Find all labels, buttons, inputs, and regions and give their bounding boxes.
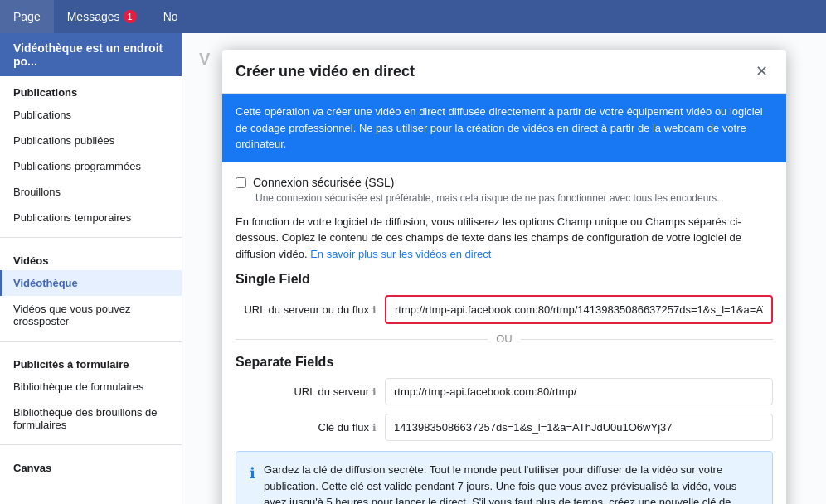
top-nav: Page Messages 1 No: [0, 0, 826, 33]
sidebar-header-button[interactable]: Vidéothèque est un endroit po...: [0, 33, 182, 76]
sidebar-item-bibliotheque-formulaires[interactable]: Bibliothèque de formulaires: [0, 374, 182, 400]
modal-overlay: Créer une vidéo en direct ✕ Cette opérat…: [182, 33, 826, 504]
ssl-checkbox-row: Connexion sécurisée (SSL): [236, 176, 773, 189]
single-field-title: Single Field: [236, 272, 773, 287]
server-url2-info-icon[interactable]: ℹ: [372, 386, 377, 398]
main-content: V Créer une vidéo en direct ✕ Cette opér…: [182, 33, 826, 504]
sidebar-section-publicites: Publicités à formulaire: [0, 348, 182, 374]
close-icon: ✕: [756, 62, 768, 80]
sidebar-item-publications-publiees[interactable]: Publications publiées: [0, 128, 182, 153]
sidebar-divider-1: [0, 237, 182, 238]
modal-create-live-video: Créer une vidéo en direct ✕ Cette opérat…: [222, 50, 786, 504]
messages-badge: 1: [124, 10, 137, 23]
content-area: Vidéothèque est un endroit po... Publica…: [0, 33, 826, 504]
stream-key-info-icon[interactable]: ℹ: [372, 422, 377, 434]
modal-header: Créer une vidéo en direct ✕: [222, 50, 786, 94]
sidebar-item-publications-programmees[interactable]: Publications programmées: [0, 153, 182, 179]
sidebar-section-publications: Publications: [0, 76, 182, 102]
modal-close-button[interactable]: ✕: [750, 60, 773, 83]
server-url2-label: URL du serveur ℹ: [236, 385, 385, 398]
server-url2-input[interactable]: [385, 378, 773, 405]
sidebar-item-videos-crossposter[interactable]: Vidéos que vous pouvez crossposter: [0, 296, 182, 334]
info-text: En fonction de votre logiciel de diffusi…: [236, 214, 773, 263]
stream-key-input[interactable]: [385, 414, 773, 441]
stream-key-row: Clé du flux ℹ: [236, 414, 773, 441]
sidebar-item-publications[interactable]: Publications: [0, 102, 182, 128]
sidebar-section-canvas: Canvas: [0, 452, 182, 477]
stream-key-label: Clé du flux ℹ: [236, 421, 385, 434]
info-link[interactable]: En savoir plus sur les vidéos en direct: [310, 248, 491, 260]
nav-page[interactable]: Page: [0, 0, 54, 33]
server-url-row: URL du serveur ou du flux ℹ: [236, 295, 773, 324]
app-container: Page Messages 1 No Vidéothèque est un en…: [0, 0, 826, 504]
sidebar-divider-3: [0, 444, 182, 445]
ssl-checkbox[interactable]: [236, 177, 246, 188]
server-url-input[interactable]: [385, 295, 773, 324]
sidebar-divider-2: [0, 341, 182, 342]
server-url2-row: URL du serveur ℹ: [236, 378, 773, 405]
or-divider: OU: [236, 332, 773, 345]
info-box-icon: ℹ: [250, 463, 255, 504]
ssl-label[interactable]: Connexion sécurisée (SSL): [253, 176, 394, 189]
sidebar-item-publications-temporaires[interactable]: Publications temporaires: [0, 205, 182, 230]
sidebar-item-videotheque[interactable]: Vidéothèque: [0, 270, 182, 296]
info-box: ℹ Gardez la clé de diffusion secrète. To…: [236, 451, 773, 504]
info-box-text: Gardez la clé de diffusion secrète. Tout…: [264, 462, 759, 504]
separate-fields-title: Separate Fields: [236, 355, 773, 370]
sidebar-section-videos: Vidéos: [0, 245, 182, 270]
server-url-label: URL du serveur ou du flux ℹ: [236, 303, 385, 316]
modal-body: Connexion sécurisée (SSL) Une connexion …: [222, 162, 786, 505]
server-url-info-icon[interactable]: ℹ: [372, 304, 377, 316]
ssl-sublabel: Une connexion sécurisée est préférable, …: [255, 192, 773, 204]
sidebar-item-bibliotheque-brouillons[interactable]: Bibliothèque des brouillons de formulair…: [0, 400, 182, 438]
nav-no[interactable]: No: [150, 0, 192, 33]
sidebar-item-brouillons[interactable]: Brouillons: [0, 179, 182, 205]
sidebar: Vidéothèque est un endroit po... Publica…: [0, 33, 182, 504]
modal-info-banner: Cette opération va créer une vidéo en di…: [222, 94, 786, 162]
modal-title: Créer une vidéo en direct: [236, 63, 415, 80]
nav-messages[interactable]: Messages 1: [54, 0, 150, 33]
